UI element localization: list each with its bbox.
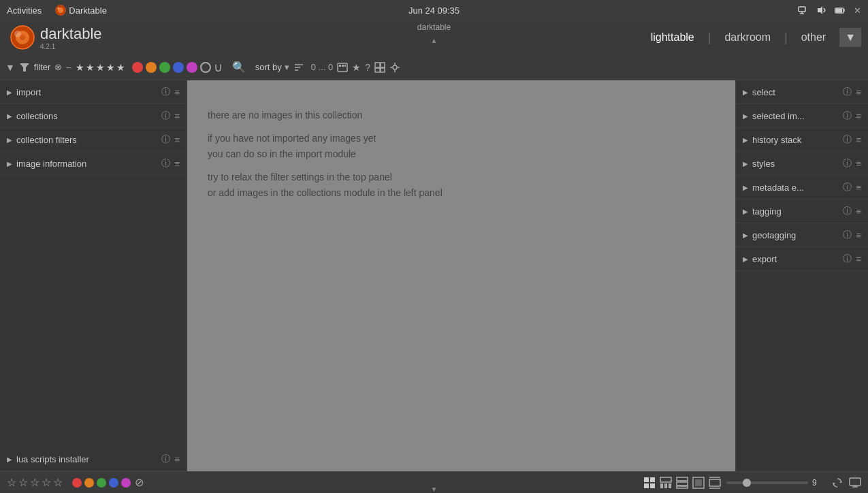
collection-filters-info-icon[interactable]: ⓘ xyxy=(161,133,170,146)
tagging-info-icon[interactable]: ⓘ xyxy=(843,205,852,217)
panel-item-image-information[interactable]: ▶ image information ⓘ ≡ xyxy=(0,152,187,176)
zoom-track[interactable] xyxy=(726,481,808,484)
sort-order-icon[interactable] xyxy=(293,62,304,73)
close-button[interactable]: ✕ xyxy=(854,5,861,16)
filter-layout-icon[interactable] xyxy=(374,62,385,73)
filter-purple-circle[interactable] xyxy=(187,62,197,73)
nav-other[interactable]: other xyxy=(788,26,839,49)
nav-lighttable[interactable]: lighttable xyxy=(637,26,708,49)
right-panel-item-selected-im[interactable]: ▶ selected im... ⓘ ≡ xyxy=(736,104,868,128)
bottom-color-clear[interactable]: ⊘ xyxy=(135,476,144,489)
compact-view-icon[interactable] xyxy=(676,477,688,489)
panel-item-collection-filters[interactable]: ▶ collection filters ⓘ ≡ xyxy=(0,128,187,152)
search-icon[interactable]: 🔍 xyxy=(232,61,246,74)
filter-blue-circle[interactable] xyxy=(173,62,184,73)
grid-view-icon[interactable] xyxy=(643,477,656,489)
darktable-app-label[interactable]: Darktable xyxy=(69,5,107,16)
bottom-star-rating[interactable]: ☆ ☆ ☆ ☆ ☆ xyxy=(7,476,63,489)
export-info-icon[interactable]: ⓘ xyxy=(843,253,852,265)
filter-settings-icon[interactable] xyxy=(389,62,400,73)
bottom-star-1[interactable]: ☆ xyxy=(7,476,16,489)
styles-menu-icon[interactable]: ≡ xyxy=(856,159,861,169)
filter-clear-button[interactable]: ⊗ xyxy=(54,62,62,72)
import-menu-icon[interactable]: ≡ xyxy=(174,87,180,97)
star-2[interactable]: ★ xyxy=(86,62,95,73)
star-4[interactable]: ★ xyxy=(106,62,115,73)
filter-funnel-icon[interactable] xyxy=(19,62,30,73)
bottom-star-3[interactable]: ☆ xyxy=(30,476,39,489)
bottom-collapse-arrow[interactable]: ▼ xyxy=(431,486,438,493)
panel-item-lua-scripts[interactable]: ▶ lua scripts installer ⓘ ≡ xyxy=(0,447,187,471)
bottom-blue-label[interactable] xyxy=(109,478,118,488)
geotagging-info-icon[interactable]: ⓘ xyxy=(843,229,852,241)
darktable-app-menu[interactable]: Darktable xyxy=(55,5,107,16)
full-view-icon[interactable] xyxy=(692,477,705,489)
filter-orange-circle[interactable] xyxy=(146,62,157,73)
select-menu-icon[interactable]: ≡ xyxy=(856,87,861,97)
right-panel-item-select[interactable]: ▶ select ⓘ ≡ xyxy=(736,80,868,104)
bottom-orange-label[interactable] xyxy=(84,478,94,488)
filter-icon[interactable]: ▼ xyxy=(5,62,15,73)
metadata-menu-icon[interactable]: ≡ xyxy=(856,182,861,193)
styles-info-icon[interactable]: ⓘ xyxy=(843,157,852,170)
geotagging-menu-icon[interactable]: ≡ xyxy=(856,230,861,240)
filter-empty-circle[interactable] xyxy=(200,62,211,73)
bottom-purple-label[interactable] xyxy=(121,478,131,488)
svg-rect-3 xyxy=(799,7,805,12)
nav-darkroom[interactable]: darkroom xyxy=(711,26,784,49)
sort-by-control[interactable]: sort by ▾ xyxy=(255,62,289,72)
history-stack-menu-icon[interactable]: ≡ xyxy=(856,135,861,145)
lua-scripts-menu-icon[interactable]: ≡ xyxy=(174,454,180,464)
svg-rect-46 xyxy=(695,479,702,486)
nav-dropdown-button[interactable]: ▼ xyxy=(839,28,861,47)
filmstrip-icon[interactable] xyxy=(337,62,348,73)
import-info-icon[interactable]: ⓘ xyxy=(161,86,170,98)
filter-green-circle[interactable] xyxy=(159,62,170,73)
star-5[interactable]: ★ xyxy=(116,62,125,73)
collections-menu-icon[interactable]: ≡ xyxy=(174,111,180,121)
selected-im-menu-icon[interactable]: ≡ xyxy=(856,111,861,121)
collections-info-icon[interactable]: ⓘ xyxy=(161,110,170,122)
star-1[interactable]: ★ xyxy=(76,62,84,73)
lua-scripts-info-icon[interactable]: ⓘ xyxy=(161,453,170,465)
star-3[interactable]: ★ xyxy=(96,62,105,73)
monitor-icon[interactable] xyxy=(849,477,861,489)
bottom-green-label[interactable] xyxy=(97,478,106,488)
sort-by-dropdown-arrow[interactable]: ▾ xyxy=(285,62,289,72)
right-panel-item-history-stack[interactable]: ▶ history stack ⓘ ≡ xyxy=(736,128,868,152)
selected-im-info-icon[interactable]: ⓘ xyxy=(843,110,852,122)
zoom-thumb[interactable] xyxy=(743,479,751,487)
activities-label[interactable]: Activities xyxy=(7,5,42,16)
right-panel-item-export[interactable]: ▶ export ⓘ ≡ xyxy=(736,247,868,271)
bottom-star-2[interactable]: ☆ xyxy=(18,476,28,489)
expand-view-icon[interactable] xyxy=(709,477,721,489)
filter-union-icon[interactable]: ∪ xyxy=(214,60,223,75)
panel-item-import[interactable]: ▶ import ⓘ ≡ xyxy=(0,80,187,104)
bottom-red-label[interactable] xyxy=(72,478,82,488)
rotate-icon[interactable] xyxy=(831,477,843,489)
metadata-info-icon[interactable]: ⓘ xyxy=(843,181,852,193)
filter-star-icon[interactable]: ★ xyxy=(352,62,361,73)
history-stack-info-icon[interactable]: ⓘ xyxy=(843,133,852,146)
image-information-menu-icon[interactable]: ≡ xyxy=(174,159,180,169)
select-info-icon[interactable]: ⓘ xyxy=(843,86,852,98)
right-panel-item-tagging[interactable]: ▶ tagging ⓘ ≡ xyxy=(736,200,868,223)
svg-rect-23 xyxy=(342,65,344,67)
filter-red-circle[interactable] xyxy=(132,62,143,73)
right-panel-item-geotagging[interactable]: ▶ geotagging ⓘ ≡ xyxy=(736,223,868,247)
star-rating-filter[interactable]: ★ ★ ★ ★ ★ xyxy=(76,62,125,73)
svg-line-8 xyxy=(824,10,825,12)
panel-item-collections[interactable]: ▶ collections ⓘ ≡ xyxy=(0,104,187,128)
image-information-info-icon[interactable]: ⓘ xyxy=(161,157,170,170)
bottom-star-4[interactable]: ☆ xyxy=(42,476,51,489)
export-menu-icon[interactable]: ≡ xyxy=(856,254,861,264)
right-panel-item-styles[interactable]: ▶ styles ⓘ ≡ xyxy=(736,152,868,176)
filmstrip-view-icon[interactable] xyxy=(660,477,672,489)
color-filter-circles: ∪ xyxy=(132,60,223,75)
right-panel-item-metadata[interactable]: ▶ metadata e... ⓘ ≡ xyxy=(736,176,868,200)
filter-help-icon[interactable]: ? xyxy=(365,62,370,73)
tagging-menu-icon[interactable]: ≡ xyxy=(856,206,861,217)
collection-filters-menu-icon[interactable]: ≡ xyxy=(174,135,180,145)
bottom-star-5[interactable]: ☆ xyxy=(53,476,63,489)
zoom-slider[interactable]: 9 xyxy=(726,478,826,488)
